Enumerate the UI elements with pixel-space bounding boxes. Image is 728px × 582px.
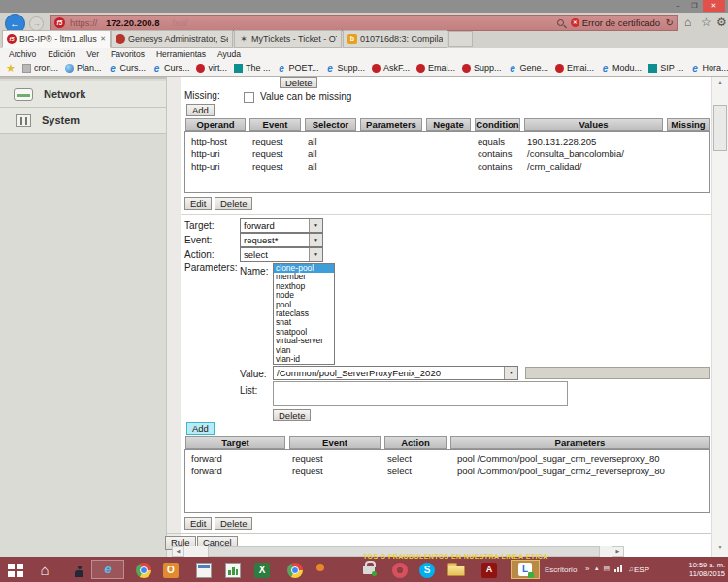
menu-herramientas[interactable]: Herramientas xyxy=(156,49,206,59)
delete-button-top[interactable]: Delete xyxy=(280,77,317,88)
window-restore-button[interactable]: ❐ xyxy=(686,0,703,12)
favorite-label: Curs... xyxy=(119,63,146,73)
favorite-item[interactable]: eCurs... xyxy=(152,63,190,73)
chrome-icon[interactable] xyxy=(287,563,303,578)
search-icon[interactable] xyxy=(557,19,564,26)
chevron-down-icon[interactable]: ▼ xyxy=(309,219,322,232)
show-hidden-icons-icon[interactable]: ▴ xyxy=(595,565,599,572)
target-select[interactable]: forward ▼ xyxy=(240,218,323,233)
favorite-item[interactable]: The ... xyxy=(234,63,271,73)
window-close-button[interactable]: ✕ xyxy=(703,0,725,12)
tab-otrs[interactable]: ✶ MyTickets - Ticket - OTRS::ITS... xyxy=(234,30,342,48)
tab-compilation[interactable]: b 010716d8:3: Compilation of It... xyxy=(343,30,447,48)
column-header: Operand xyxy=(185,118,246,131)
forward-button[interactable]: → xyxy=(29,16,44,31)
favorite-item[interactable]: virt... xyxy=(196,63,227,73)
volume-tray-icon[interactable]: ♫ xyxy=(628,566,633,572)
tab-close-icon[interactable]: ✕ xyxy=(100,35,106,43)
tab-genesys[interactable]: Genesys Administrator, Server: ... xyxy=(111,30,233,48)
favorite-item[interactable]: eHora... xyxy=(690,63,728,73)
home-taskbar-icon[interactable]: ⌂ xyxy=(37,563,52,578)
settings-gear-icon[interactable]: ⚙ xyxy=(716,16,727,30)
favorite-item[interactable]: eModu... xyxy=(601,63,642,73)
favorite-item[interactable]: ePOET... xyxy=(277,63,318,73)
scroll-left-arrow[interactable]: ◀ xyxy=(172,546,184,557)
edit-condition-button[interactable]: Edit xyxy=(184,197,212,210)
add-condition-button[interactable]: Add xyxy=(186,104,215,116)
favorites-bar-star-icon[interactable]: ★ xyxy=(6,62,16,75)
action-select[interactable]: select ▼ xyxy=(240,247,323,262)
desktop-label[interactable]: Escritorio xyxy=(545,566,577,574)
file-explorer-icon[interactable] xyxy=(447,566,465,576)
favorite-item[interactable]: SIP ... xyxy=(648,63,683,73)
chrome-icon[interactable] xyxy=(136,563,151,578)
missing-checkbox[interactable] xyxy=(244,92,254,103)
value-select[interactable]: /Common/pool_ServerProxyFenix_2020 ▼ xyxy=(273,366,518,380)
favorite-item[interactable]: cron... xyxy=(22,63,58,73)
taskbar-overflow-chevron[interactable]: » xyxy=(585,565,589,573)
vertical-scrollbar-thumb[interactable] xyxy=(713,105,727,151)
table-row[interactable]: forward request select pool /Common/pool… xyxy=(185,466,709,478)
add-action-button[interactable]: Add xyxy=(186,422,215,435)
favorite-item[interactable]: Plan... xyxy=(65,63,102,73)
action-select-value: select xyxy=(244,249,308,260)
internet-explorer-taskbar-button[interactable]: e xyxy=(91,560,124,579)
event-select[interactable]: request* ▼ xyxy=(240,233,323,247)
taskbar-clock[interactable]: 10:59 a. m. 11/08/2015 xyxy=(669,561,725,578)
language-indicator[interactable]: ESP xyxy=(634,566,649,574)
address-bar[interactable]: f5 https:// 172.20.200.8 /xui/ ▾ ✕ Error… xyxy=(50,15,678,31)
favorite-item[interactable]: AskF... xyxy=(372,63,410,73)
app-window-icon[interactable] xyxy=(196,563,212,578)
menu-ayuda[interactable]: Ayuda xyxy=(217,49,241,59)
table-row[interactable]: http-uri request all contains /crm_calid… xyxy=(185,161,709,174)
acrobat-icon[interactable]: A xyxy=(481,563,497,578)
favorite-item[interactable]: Emai... xyxy=(416,63,455,73)
favorite-item[interactable]: eCurs... xyxy=(108,63,146,73)
menu-favoritos[interactable]: Favoritos xyxy=(111,49,145,59)
translator-taskbar-button[interactable]: L xyxy=(511,560,540,579)
refresh-icon[interactable]: ↻ xyxy=(666,17,674,28)
listbox-option[interactable]: vlan-id xyxy=(274,355,334,364)
menu-edicion[interactable]: Edición xyxy=(48,49,75,59)
edit-action-button[interactable]: Edit xyxy=(184,517,212,530)
menu-archivo[interactable]: Archivo xyxy=(9,49,36,59)
delete-parameter-button[interactable]: Delete xyxy=(273,409,311,421)
vertical-scrollbar[interactable]: ▲ ▼ xyxy=(711,77,728,557)
certificate-error-badge[interactable]: ✕ Error de certificado xyxy=(571,17,660,28)
menu-ver[interactable]: Ver xyxy=(86,49,99,59)
chevron-down-icon[interactable]: ▼ xyxy=(309,248,322,261)
delete-action-button[interactable]: Delete xyxy=(215,517,252,530)
sidebar-item-system[interactable]: System xyxy=(0,108,166,134)
outlook-icon[interactable]: O xyxy=(163,563,179,578)
favorite-item[interactable]: eGene... xyxy=(509,63,549,73)
lock-icon[interactable] xyxy=(363,566,375,574)
delete-condition-button[interactable]: Delete xyxy=(215,197,252,210)
chevron-down-icon[interactable]: ▼ xyxy=(309,234,322,246)
excel-icon[interactable]: X xyxy=(254,563,270,578)
favorite-item[interactable]: eSupp... xyxy=(325,63,365,73)
home-icon[interactable]: ⌂ xyxy=(684,16,691,30)
table-row[interactable]: forward request select pool /Common/pool… xyxy=(185,453,709,466)
favorite-item[interactable]: Supp... xyxy=(462,63,502,73)
chevron-down-icon[interactable]: ▼ xyxy=(504,367,517,379)
action-label: Action: xyxy=(184,249,215,260)
favorites-star-icon[interactable]: ☆ xyxy=(701,16,711,30)
tab-bigip[interactable]: f5 BIG-IP® - ltm1.allus.com.c... ✕ xyxy=(2,30,111,48)
sidebar-item-network[interactable]: Network xyxy=(0,81,166,108)
name-listbox[interactable]: clone-pool member nexthop node pool rate… xyxy=(273,263,335,365)
new-tab-stub[interactable] xyxy=(448,31,473,47)
table-row[interactable]: http-host request all equals 190.131.228… xyxy=(185,136,709,148)
favorite-item[interactable]: Emai... xyxy=(555,63,594,73)
keyboard-tray-icon[interactable]: ▤ xyxy=(604,565,611,572)
list-input[interactable] xyxy=(273,381,568,406)
genesys-sw-icon[interactable] xyxy=(392,563,408,578)
scroll-up-arrow[interactable]: ▲ xyxy=(712,77,728,89)
windows-start-icon[interactable] xyxy=(8,564,23,577)
image-app-icon[interactable] xyxy=(225,563,241,578)
skype-icon[interactable]: S xyxy=(419,563,435,578)
table-row[interactable]: http-uri request all contains /consulta_… xyxy=(185,148,709,161)
orange-ring-app-icon[interactable] xyxy=(316,564,324,571)
window-minimize-button[interactable]: – xyxy=(670,0,686,12)
person-icon[interactable] xyxy=(75,566,83,577)
network-tray-icon[interactable] xyxy=(614,565,623,572)
